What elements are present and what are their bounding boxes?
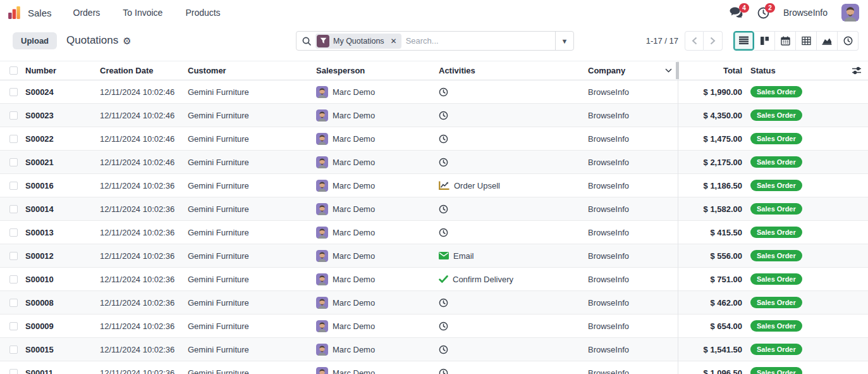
control-panel: Upload Quotations ⚙ My Quotations ✕ ▼ 1-…: [0, 25, 868, 56]
row-activity[interactable]: Email: [439, 251, 588, 261]
row-activity[interactable]: Order Upsell: [439, 181, 588, 190]
row-salesperson: Marc Demo: [333, 298, 375, 308]
pager-next-button[interactable]: [704, 31, 723, 51]
header-activities[interactable]: Activities: [439, 66, 588, 75]
app-name[interactable]: Sales: [28, 8, 52, 18]
email-activity-icon: [439, 252, 449, 259]
activity-view-icon: [843, 36, 853, 46]
pager-previous-button[interactable]: [685, 31, 704, 51]
menu-to-invoice[interactable]: To Invoice: [123, 8, 162, 18]
filter-facet-label: My Quotations: [333, 37, 384, 46]
header-customer[interactable]: Customer: [188, 66, 316, 75]
row-total: $ 556.00: [680, 251, 746, 261]
header-company[interactable]: Company: [588, 66, 680, 75]
table-row[interactable]: S0002412/11/2024 10:02:46Gemini Furnitur…: [0, 80, 868, 104]
activities-count-badge: 2: [765, 3, 775, 13]
sales-app-logo-icon[interactable]: [8, 6, 21, 20]
row-checkbox[interactable]: [9, 205, 18, 213]
salesperson-avatar: [316, 320, 328, 332]
search-options-toggle[interactable]: ▼: [555, 32, 573, 50]
table-row[interactable]: S0001112/11/2024 10:02:36Gemini Furnitur…: [0, 361, 868, 374]
search-input[interactable]: [406, 36, 551, 46]
row-company: BrowseInfo: [588, 275, 680, 284]
row-checkbox[interactable]: [9, 369, 18, 374]
header-creation-date[interactable]: Creation Date: [100, 66, 188, 75]
view-list-button[interactable]: [733, 31, 754, 51]
row-checkbox[interactable]: [9, 252, 18, 260]
salesperson-avatar: [316, 109, 328, 122]
column-resize-handle[interactable]: [676, 62, 679, 79]
row-checkbox[interactable]: [9, 322, 18, 330]
table-row[interactable]: S0001012/11/2024 10:02:36Gemini Furnitur…: [0, 268, 868, 291]
row-total: $ 462.00: [680, 298, 746, 308]
list-view-icon: [739, 36, 749, 45]
table-row[interactable]: S0000912/11/2024 10:02:36Gemini Furnitur…: [0, 315, 868, 338]
view-calendar-button[interactable]: [775, 31, 796, 51]
remove-filter-icon[interactable]: ✕: [388, 37, 400, 46]
table-row[interactable]: S0001612/11/2024 10:02:36Gemini Furnitur…: [0, 174, 868, 197]
gear-icon[interactable]: ⚙: [123, 36, 131, 46]
menu-orders[interactable]: Orders: [73, 8, 101, 18]
view-pivot-button[interactable]: [796, 31, 817, 51]
user-avatar[interactable]: [841, 4, 859, 22]
row-number: S00008: [25, 298, 100, 308]
view-kanban-button[interactable]: [754, 31, 775, 51]
menu-products[interactable]: Products: [185, 8, 220, 18]
row-checkbox[interactable]: [9, 135, 18, 143]
table-row[interactable]: S0002112/11/2024 10:02:46Gemini Furnitur…: [0, 151, 868, 174]
table-row[interactable]: S0002212/11/2024 10:02:46Gemini Furnitur…: [0, 127, 868, 151]
row-number: S00015: [25, 345, 100, 354]
row-checkbox[interactable]: [9, 182, 18, 190]
row-checkbox[interactable]: [9, 88, 18, 96]
row-activity[interactable]: [439, 321, 588, 331]
search-bar: My Quotations ✕ ▼: [296, 31, 574, 51]
view-graph-button[interactable]: [817, 31, 838, 51]
table-row[interactable]: S0000812/11/2024 10:02:36Gemini Furnitur…: [0, 291, 868, 315]
user-name[interactable]: BrowseInfo: [783, 8, 828, 18]
table-row[interactable]: S0002312/11/2024 10:02:46Gemini Furnitur…: [0, 104, 868, 127]
view-activity-button[interactable]: [838, 31, 859, 51]
optional-columns-button[interactable]: [841, 66, 868, 75]
row-creation-date: 12/11/2024 10:02:36: [100, 251, 188, 261]
upload-button[interactable]: Upload: [13, 32, 57, 49]
row-checkbox[interactable]: [9, 346, 18, 354]
row-activity[interactable]: Confirm Delivery: [439, 275, 588, 284]
row-activity[interactable]: [439, 111, 588, 120]
row-checkbox[interactable]: [9, 299, 18, 307]
select-all-checkbox[interactable]: [9, 66, 18, 75]
row-creation-date: 12/11/2024 10:02:36: [100, 181, 188, 190]
row-activity[interactable]: [439, 158, 588, 167]
row-creation-date: 12/11/2024 10:02:36: [100, 298, 188, 308]
row-total: $ 1,096.50: [680, 368, 746, 374]
header-status[interactable]: Status: [746, 66, 841, 75]
table-header-row: Number Creation Date Customer Salesperso…: [0, 61, 868, 80]
table-row[interactable]: S0001212/11/2024 10:02:36Gemini Furnitur…: [0, 244, 868, 268]
row-total: $ 2,175.00: [680, 158, 746, 167]
row-salesperson: Marc Demo: [333, 275, 375, 284]
row-checkbox[interactable]: [9, 111, 18, 120]
row-activity[interactable]: [439, 228, 588, 237]
row-number: S00022: [25, 134, 100, 144]
row-activity[interactable]: [439, 204, 588, 214]
row-activity[interactable]: [439, 87, 588, 97]
header-total[interactable]: Total: [680, 66, 746, 75]
table-row[interactable]: S0001512/11/2024 10:02:36Gemini Furnitur…: [0, 338, 868, 361]
row-activity[interactable]: [439, 368, 588, 374]
pivot-view-icon: [802, 36, 811, 46]
messages-button[interactable]: 4: [730, 7, 743, 18]
row-activity[interactable]: [439, 134, 588, 144]
table-row[interactable]: S0001312/11/2024 10:02:36Gemini Furnitur…: [0, 221, 868, 244]
row-checkbox[interactable]: [9, 158, 18, 166]
header-salesperson[interactable]: Salesperson: [316, 66, 439, 75]
row-checkbox[interactable]: [9, 275, 18, 284]
activities-menu-button[interactable]: 2: [757, 7, 769, 19]
row-activity[interactable]: [439, 345, 588, 354]
row-total: $ 1,541.50: [680, 345, 746, 354]
row-salesperson: Marc Demo: [333, 251, 375, 261]
table-row[interactable]: S0001412/11/2024 10:02:36Gemini Furnitur…: [0, 197, 868, 221]
status-badge: Sales Order: [750, 203, 802, 215]
header-number[interactable]: Number: [25, 66, 100, 75]
row-checkbox[interactable]: [9, 228, 18, 237]
row-salesperson: Marc Demo: [333, 345, 375, 354]
row-activity[interactable]: [439, 298, 588, 308]
